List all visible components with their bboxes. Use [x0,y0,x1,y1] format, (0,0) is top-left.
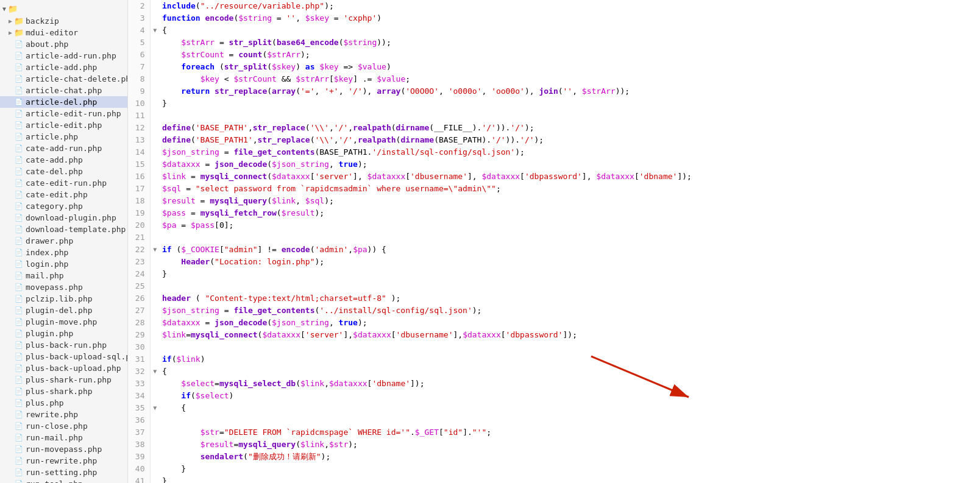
table-row: 16$link = mysqli_connect($dataxxx['serve… [128,171,980,183]
sidebar-item-login-php[interactable]: 📄login.php [0,258,127,270]
root-folder[interactable]: ▼ 📁 [0,2,127,15]
file-label: article-edit.php [26,121,102,130]
table-row: 35▼ { [128,402,980,414]
code-content: if($link) [160,353,980,365]
sidebar-item-about-php[interactable]: 📄about.php [0,38,127,50]
sidebar-item-article-add-run-php[interactable]: 📄article-add-run.php [0,50,127,62]
sidebar-item-cate-add-php[interactable]: 📄cate-add.php [0,154,127,166]
file-icon: 📄 [15,98,23,106]
fold-icon[interactable]: ▼ [153,246,157,253]
sidebar-item-cate-del-php[interactable]: 📄cate-del.php [0,166,127,177]
code-content: $result=mysqli_query($link,$str); [160,439,980,451]
code-content: $pa = $pass[0]; [160,219,980,231]
sidebar-item-plus-back-run-php[interactable]: 📄plus-back-run.php [0,339,127,351]
fold-toggle [150,475,160,483]
sidebar-item-run-setting-php[interactable]: 📄run-setting.php [0,467,127,478]
sidebar-item-article-del-php[interactable]: 📄article-del.php [0,96,127,108]
sidebar-item-movepass-php[interactable]: 📄movepass.php [0,281,127,293]
line-number: 26 [128,292,150,305]
file-label: pclzip.lib.php [26,294,93,303]
file-label: plus-back-upload.php [26,364,121,373]
sidebar-item-plus-php[interactable]: 📄plus.php [0,397,127,409]
sidebar-item-plus-back-upload-sql-ph[interactable]: 📄plus-back-upload-sql.ph [0,351,127,362]
folder-icon: 📁 [14,28,24,37]
code-content: { [160,24,980,37]
table-row: 4▼{ [128,24,980,37]
sidebar-item-article-php[interactable]: 📄article.php [0,131,127,143]
line-number: 5 [128,37,150,49]
fold-icon[interactable]: ▼ [153,404,157,411]
line-number: 34 [128,390,150,402]
table-row: 26header ( "Content-type:text/html;chars… [128,292,980,305]
sidebar-item-mail-php[interactable]: 📄mail.php [0,270,127,281]
code-content [160,414,980,426]
code-content: $json_string = file_get_contents('../ins… [160,305,980,317]
sidebar-item-download-plugin-php[interactable]: 📄download-plugin.php [0,212,127,224]
sidebar-item-plus-shark-php[interactable]: 📄plus-shark.php [0,386,127,397]
fold-toggle [150,329,160,341]
table-row: 9 return str_replace(array('=', '+', '/'… [128,85,980,97]
fold-toggle [150,207,160,219]
fold-toggle [150,85,160,97]
sidebar-item-drawer-php[interactable]: 📄drawer.php [0,235,127,247]
sidebar-item-plugin-move-php[interactable]: 📄plugin-move.php [0,316,127,328]
line-number: 3 [128,12,150,24]
sidebar-item-plus-back-upload-php[interactable]: 📄plus-back-upload.php [0,362,127,374]
file-icon: 📄 [15,399,23,407]
code-content: { [160,402,980,414]
fold-toggle[interactable]: ▼ [150,244,160,256]
code-content [160,280,980,292]
fold-toggle [150,426,160,439]
fold-toggle[interactable]: ▼ [150,402,160,414]
sidebar-item-run-rewrite-php[interactable]: 📄run-rewrite.php [0,455,127,467]
sidebar-item-article-edit-php[interactable]: 📄article-edit.php [0,119,127,131]
fold-toggle[interactable]: ▼ [150,365,160,378]
table-row: 13define('BASE_PATH1',str_replace('\\','… [128,134,980,146]
sidebar-item-cate-edit-php[interactable]: 📄cate-edit.php [0,189,127,200]
line-number: 22 [128,244,150,256]
sidebar-item-run-close-php[interactable]: 📄run-close.php [0,420,127,432]
sidebar-item-mdui-editor[interactable]: ▶📁mdui-editor [0,27,127,38]
fold-icon[interactable]: ▼ [153,368,157,375]
file-icon: 📄 [15,457,23,465]
sidebar-item-cate-edit-run-php[interactable]: 📄cate-edit-run.php [0,177,127,189]
sidebar-item-cate-add-run-php[interactable]: 📄cate-add-run.php [0,143,127,154]
sidebar-item-run-tool-php[interactable]: 📄run-tool.php [0,478,127,483]
sidebar-item-download-template-php[interactable]: 📄download-template.php [0,224,127,235]
fold-toggle [150,49,160,61]
line-number: 41 [128,475,150,483]
sidebar-item-article-chat-php[interactable]: 📄article-chat.php [0,85,127,96]
sidebar-item-article-chat-delete-php[interactable]: 📄article-chat-delete.php [0,73,127,85]
file-icon: 📄 [15,202,23,210]
file-icon: 📄 [15,364,23,372]
fold-toggle [150,195,160,207]
sidebar-item-article-add-php[interactable]: 📄article-add.php [0,62,127,73]
code-content: $select=mysqli_select_db($link,$dataxxx[… [160,378,980,390]
fold-icon[interactable]: ▼ [153,27,157,33]
file-label: plus-shark-run.php [26,375,112,384]
sidebar-item-run-mail-php[interactable]: 📄run-mail.php [0,432,127,443]
sidebar-item-category-php[interactable]: 📄category.php [0,200,127,212]
sidebar-item-plugin-php[interactable]: 📄plugin.php [0,328,127,339]
sidebar-item-index-php[interactable]: 📄index.php [0,247,127,258]
folder-icon: 📁 [14,16,24,26]
sidebar-item-plugin-del-php[interactable]: 📄plugin-del.php [0,305,127,316]
fold-toggle [150,256,160,268]
table-row: 38 $result=mysqli_query($link,$str); [128,439,980,451]
sidebar-item-pclzip-lib-php[interactable]: 📄pclzip.lib.php [0,293,127,305]
line-number: 19 [128,207,150,219]
table-row: 34 if($select) [128,390,980,402]
sidebar-item-run-movepass-php[interactable]: 📄run-movepass.php [0,443,127,455]
fold-toggle [150,390,160,402]
sidebar-item-backzip[interactable]: ▶📁backzip [0,15,127,27]
file-label: cate-add-run.php [26,144,102,153]
file-icon: 📄 [15,306,23,314]
sidebar-item-rewrite-php[interactable]: 📄rewrite.php [0,409,127,420]
table-row: 15$dataxxx = json_decode($json_string, t… [128,158,980,171]
code-editor[interactable]: 2include("../resource/variable.php");3fu… [128,0,980,483]
file-tree[interactable]: ▼ 📁 ▶📁backzip▶📁mdui-editor📄about.php📄art… [0,0,128,483]
sidebar-item-article-edit-run-php[interactable]: 📄article-edit-run.php [0,108,127,119]
file-icon: 📄 [15,121,23,129]
sidebar-item-plus-shark-run-php[interactable]: 📄plus-shark-run.php [0,374,127,386]
fold-toggle[interactable]: ▼ [150,24,160,37]
